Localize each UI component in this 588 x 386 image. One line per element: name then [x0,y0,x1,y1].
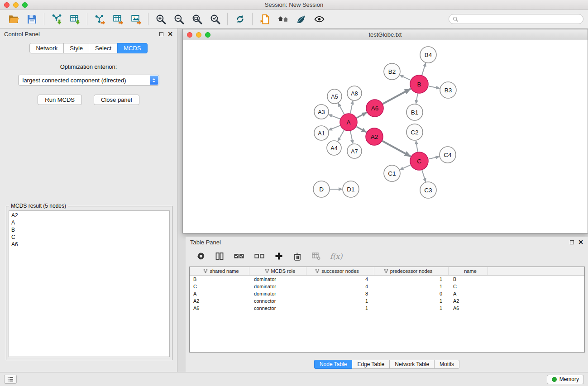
tab-select[interactable]: Select [89,43,118,53]
graph-node-A6[interactable]: A6 [366,100,383,117]
graph-node-A3[interactable]: A3 [314,105,329,119]
table-row[interactable]: A2connector11A2 [190,297,584,305]
graph-edge-B-B4[interactable] [422,63,425,75]
table-cell[interactable]: C [190,283,249,290]
table-cell[interactable]: connector [249,305,306,312]
table-cell[interactable]: connector [249,297,306,305]
graph-edge-A-A6[interactable] [357,112,367,118]
save-session-button[interactable] [23,11,41,27]
graph-edge-A-A7[interactable] [350,131,353,144]
float-table-panel-icon[interactable] [570,240,574,244]
float-panel-icon[interactable] [159,32,163,36]
open-session-button[interactable] [5,11,23,27]
table-cell[interactable]: 1 [374,305,449,312]
zoom-selected-button[interactable] [206,11,224,27]
graph-edge-C-C3[interactable] [422,170,425,182]
table-cell[interactable]: A [449,290,488,297]
graph-node-B[interactable]: B [410,75,428,93]
delete-table-button[interactable] [311,252,320,261]
table-settings-button[interactable] [196,252,206,261]
zoom-fit-button[interactable] [188,11,206,27]
table-cell[interactable]: 1 [306,305,374,312]
graph-edge-A-A8[interactable] [350,101,353,114]
task-history-button[interactable] [4,375,17,384]
table-cell[interactable]: A6 [190,305,249,312]
function-builder-button[interactable]: f(x) [330,252,342,261]
mcds-result-item[interactable]: C [11,234,167,241]
graph-node-D1[interactable]: D1 [343,181,359,197]
tab-edge-table[interactable]: Edge Table [352,360,390,369]
create-column-button[interactable] [274,252,283,261]
column-header-name[interactable]: name [449,267,488,275]
column-header-mcds-role[interactable]: MCDS role [249,267,306,275]
graph-node-B4[interactable]: B4 [420,47,436,63]
minimize-window-button[interactable] [13,2,19,8]
table-row[interactable]: Bdominator41B [190,276,584,283]
graph-edge-B-B2[interactable] [400,75,411,80]
table-row[interactable]: Cdominator41C [190,283,584,290]
search-input[interactable] [461,16,579,22]
tab-node-table[interactable]: Node Table [314,360,353,369]
table-cell[interactable]: B [190,276,249,283]
graph-edge-B-B3[interactable] [429,86,440,88]
table-row[interactable]: Adominator80A [190,290,584,297]
table-cell[interactable]: 0 [374,290,449,297]
mcds-result-list[interactable]: A2ABCA6 [9,210,170,357]
zoom-in-button[interactable] [152,11,170,27]
network-zoom-button[interactable] [205,32,210,38]
home-button[interactable] [274,11,292,27]
export-network-button[interactable] [91,11,109,27]
graph-edge-A-A3[interactable] [329,114,340,119]
open-network-file-button[interactable] [256,11,274,27]
table-cell[interactable]: 4 [306,283,374,290]
table-cell[interactable]: A [190,290,249,297]
graph-edge-B-B1[interactable] [416,94,418,104]
close-panel-icon[interactable]: ✕ [167,31,173,37]
table-cell[interactable]: B [449,276,488,283]
network-canvas[interactable]: B4B2BB3A5A8A6B1A3AC2A1A2A4A7C4CC1C3DD1 [183,40,588,233]
table-cell[interactable]: A2 [190,297,249,305]
table-cell[interactable]: 1 [374,276,449,283]
graph-edge-C-C4[interactable] [429,157,440,159]
graph-node-A8[interactable]: A8 [347,86,362,100]
tab-network-table[interactable]: Network Table [389,360,435,369]
graph-node-B2[interactable]: B2 [384,63,400,80]
export-table-button[interactable] [109,11,127,27]
select-all-columns-button[interactable] [234,253,244,260]
graph-edge-A6-B[interactable] [383,89,411,104]
table-cell[interactable]: 4 [306,276,374,283]
table-cell[interactable]: 1 [374,283,449,290]
show-columns-button[interactable] [215,252,224,261]
tab-mcds[interactable]: MCDS [117,43,147,53]
graph-edge-A-A4[interactable] [338,130,344,141]
search-box[interactable] [449,14,583,24]
column-header-successor-nodes[interactable]: successor nodes [306,267,374,275]
graph-edge-A-A2[interactable] [356,127,366,132]
table-cell[interactable]: dominator [249,290,306,297]
mcds-result-item[interactable]: A [11,219,167,226]
graph-node-C1[interactable]: C1 [384,165,400,181]
criterion-dropdown[interactable]: largest connected component (directed) [18,75,159,86]
graph-edge-A-A1[interactable] [329,125,340,130]
tab-network[interactable]: Network [29,43,64,53]
graph-edge-C-C2[interactable] [416,141,418,152]
table-cell[interactable]: A2 [449,297,488,305]
graph-node-A1[interactable]: A1 [314,126,329,140]
column-header-predecessor-nodes[interactable]: predecessor nodes [374,267,449,275]
mcds-result-item[interactable]: A2 [11,212,167,219]
show-hide-button[interactable] [310,11,328,27]
graph-edge-A-A5[interactable] [338,103,344,114]
network-minimize-button[interactable] [196,32,201,38]
close-window-button[interactable] [4,2,10,8]
graph-node-B1[interactable]: B1 [406,104,423,120]
table-cell[interactable]: 8 [306,290,374,297]
graph-node-D[interactable]: D [313,181,330,197]
close-panel-button[interactable]: Close panel [94,95,139,105]
style-brush-button[interactable] [292,11,310,27]
table-cell[interactable]: A6 [449,305,488,312]
run-mcds-button[interactable]: Run MCDS [38,95,82,105]
graph-node-A[interactable]: A [340,114,357,131]
mcds-result-item[interactable]: A6 [11,241,167,248]
graph-node-C4[interactable]: C4 [440,147,456,163]
memory-button[interactable]: Memory [547,375,584,384]
